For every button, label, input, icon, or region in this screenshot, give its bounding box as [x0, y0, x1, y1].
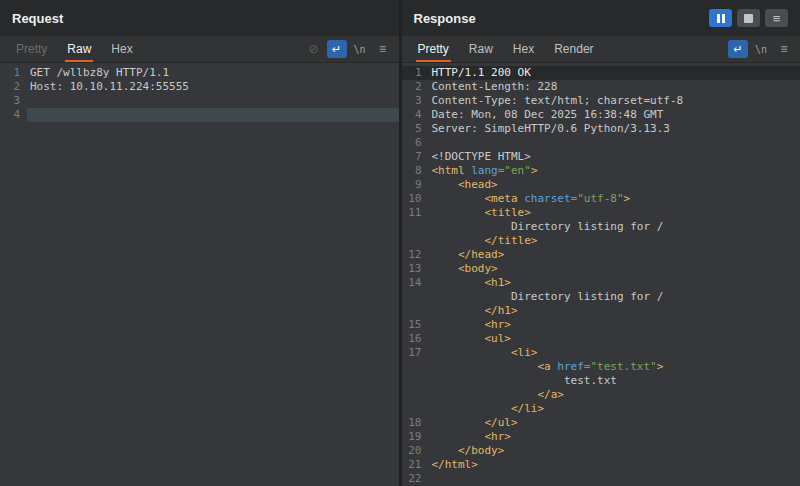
- line-number: 15: [402, 318, 429, 332]
- code-line[interactable]: </a>: [402, 388, 800, 402]
- code-line[interactable]: 16 <ul>: [402, 332, 800, 346]
- code-text: <ul>: [429, 332, 800, 346]
- code-line[interactable]: 19 <hr>: [402, 430, 800, 444]
- code-line[interactable]: 4Date: Mon, 08 Dec 2025 16:38:48 GMT: [402, 108, 800, 122]
- response-tab-raw[interactable]: Raw: [459, 36, 503, 62]
- line-number: 20: [402, 444, 429, 458]
- code-line[interactable]: 11 <title>: [402, 206, 800, 220]
- code-text: </ul>: [429, 416, 800, 430]
- line-number: [402, 234, 429, 248]
- line-number: 13: [402, 262, 429, 276]
- code-line[interactable]: 3: [0, 94, 399, 108]
- line-number: 21: [402, 458, 429, 472]
- line-number: 17: [402, 346, 429, 360]
- code-text: [27, 94, 399, 108]
- code-text: <hr>: [429, 318, 800, 332]
- pause-icon: [717, 14, 725, 23]
- code-text: <hr>: [429, 430, 800, 444]
- request-tab-pretty[interactable]: Pretty: [6, 36, 57, 62]
- response-tab-render[interactable]: Render: [544, 36, 603, 62]
- request-tabbar: Pretty Raw Hex ⊘ ↵ \n ≡: [0, 36, 399, 63]
- code-line[interactable]: 7<!DOCTYPE HTML>: [402, 150, 800, 164]
- line-number: 1: [0, 66, 27, 80]
- response-tab-hex[interactable]: Hex: [503, 36, 544, 62]
- response-editor[interactable]: 1HTTP/1.1 200 OK2Content-Length: 2283Con…: [402, 63, 800, 486]
- code-text: GET /wllbz8y HTTP/1.1: [27, 66, 399, 80]
- http-message-view: Request Pretty Raw Hex ⊘ ↵ \n ≡ 1GET /wl…: [0, 0, 800, 486]
- code-text: [429, 136, 800, 150]
- line-number: 6: [402, 136, 429, 150]
- soft-wrap-toggle-icon[interactable]: ↵: [728, 40, 748, 58]
- request-tabbar-spacer: [143, 36, 301, 62]
- view-menu-button[interactable]: ≡: [765, 9, 788, 27]
- code-text: <html lang="en">: [429, 164, 800, 178]
- layout-toggle-button[interactable]: [737, 9, 760, 27]
- code-text: <body>: [429, 262, 800, 276]
- code-text: <h1>: [429, 276, 800, 290]
- line-number: 3: [402, 94, 429, 108]
- code-line[interactable]: 4: [0, 108, 399, 122]
- code-text: test.txt: [429, 374, 800, 388]
- line-number: 3: [0, 94, 27, 108]
- editor-menu-icon[interactable]: ≡: [373, 40, 393, 58]
- nonprintable-toggle-icon[interactable]: ⊘: [304, 40, 324, 58]
- soft-wrap-toggle-icon[interactable]: ↵: [327, 40, 347, 58]
- code-line[interactable]: 2Content-Length: 228: [402, 80, 800, 94]
- code-line[interactable]: Directory listing for /: [402, 290, 800, 304]
- response-tab-pretty[interactable]: Pretty: [408, 36, 459, 62]
- code-line[interactable]: 3Content-Type: text/html; charset=utf-8: [402, 94, 800, 108]
- pause-capture-button[interactable]: [709, 9, 732, 27]
- line-number: 11: [402, 206, 429, 220]
- code-line[interactable]: 22: [402, 472, 800, 486]
- code-line[interactable]: 20 </body>: [402, 444, 800, 458]
- code-line[interactable]: 1HTTP/1.1 200 OK: [402, 66, 800, 80]
- line-number: 16: [402, 332, 429, 346]
- code-line[interactable]: <a href="test.txt">: [402, 360, 800, 374]
- code-line[interactable]: </h1>: [402, 304, 800, 318]
- code-text: Content-Type: text/html; charset=utf-8: [429, 94, 800, 108]
- line-number: [402, 402, 429, 416]
- code-text: Directory listing for /: [429, 220, 800, 234]
- code-line[interactable]: 5Server: SimpleHTTP/0.6 Python/3.13.3: [402, 122, 800, 136]
- request-editor[interactable]: 1GET /wllbz8y HTTP/1.12Host: 10.10.11.22…: [0, 63, 399, 486]
- code-text: Host: 10.10.11.224:55555: [27, 80, 399, 94]
- newline-display-toggle-icon[interactable]: \n: [751, 40, 771, 58]
- newline-display-toggle-icon[interactable]: \n: [350, 40, 370, 58]
- code-line[interactable]: 9 <head>: [402, 178, 800, 192]
- code-line[interactable]: 18 </ul>: [402, 416, 800, 430]
- code-line[interactable]: 2Host: 10.10.11.224:55555: [0, 80, 399, 94]
- code-text: [429, 472, 800, 486]
- line-number: 7: [402, 150, 429, 164]
- code-line[interactable]: 1GET /wllbz8y HTTP/1.1: [0, 66, 399, 80]
- code-text: </a>: [429, 388, 800, 402]
- code-line[interactable]: 6: [402, 136, 800, 150]
- code-line[interactable]: 13 <body>: [402, 262, 800, 276]
- code-line[interactable]: </li>: [402, 402, 800, 416]
- code-line[interactable]: </title>: [402, 234, 800, 248]
- response-panel: Response ≡ Pretty Raw Hex Render ↵ \n: [402, 0, 800, 486]
- code-line[interactable]: 14 <h1>: [402, 276, 800, 290]
- response-tabbar: Pretty Raw Hex Render ↵ \n ≡: [402, 36, 800, 63]
- code-line[interactable]: test.txt: [402, 374, 800, 388]
- code-line[interactable]: 10 <meta charset="utf-8">: [402, 192, 800, 206]
- editor-menu-icon[interactable]: ≡: [774, 40, 794, 58]
- line-number: 5: [402, 122, 429, 136]
- code-line[interactable]: Directory listing for /: [402, 220, 800, 234]
- code-line[interactable]: 12 </head>: [402, 248, 800, 262]
- code-line[interactable]: 17 <li>: [402, 346, 800, 360]
- code-text: HTTP/1.1 200 OK: [429, 66, 800, 80]
- line-number: 9: [402, 178, 429, 192]
- line-number: 2: [0, 80, 27, 94]
- code-line[interactable]: 15 <hr>: [402, 318, 800, 332]
- code-line[interactable]: 21</html>: [402, 458, 800, 472]
- line-number: 19: [402, 430, 429, 444]
- code-text: [27, 108, 399, 122]
- request-tab-raw[interactable]: Raw: [57, 36, 101, 62]
- code-text: <a href="test.txt">: [429, 360, 800, 374]
- code-text: Content-Length: 228: [429, 80, 800, 94]
- request-tab-hex[interactable]: Hex: [101, 36, 142, 62]
- code-line[interactable]: 8<html lang="en">: [402, 164, 800, 178]
- line-number: 18: [402, 416, 429, 430]
- code-text: <head>: [429, 178, 800, 192]
- request-header: Request: [0, 0, 399, 36]
